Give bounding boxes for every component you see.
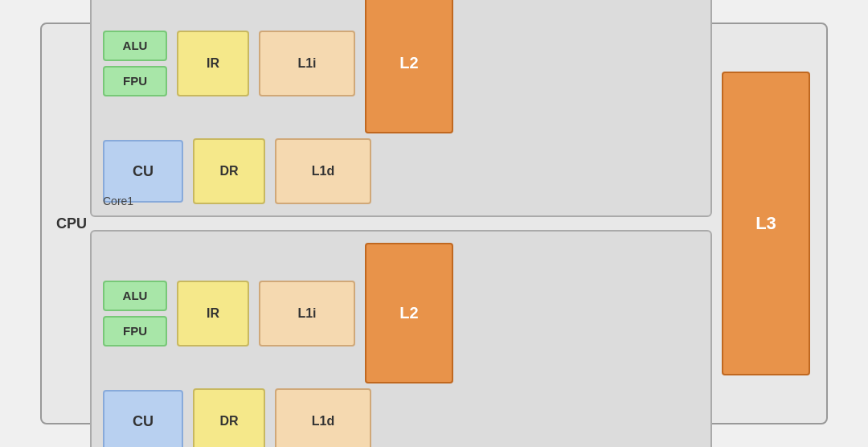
- core1-alu: ALU: [103, 31, 167, 61]
- core2-top-row: ALU FPU IR L1i L2: [103, 243, 453, 383]
- core2-dr: DR: [193, 388, 265, 447]
- core1-ir: IR: [177, 31, 249, 96]
- core1-dr: DR: [193, 138, 265, 204]
- core1-l1d: L1d: [275, 138, 371, 204]
- core1-l2: L2: [365, 0, 453, 133]
- l3-cache: L3: [722, 72, 810, 375]
- core1-alu-fpu: ALU FPU: [103, 31, 167, 96]
- core2-l1d: L1d: [275, 388, 371, 447]
- core2-cu: CU: [103, 390, 183, 447]
- core1-fpu: FPU: [103, 66, 167, 96]
- core2-alu: ALU: [103, 281, 167, 311]
- core1-layout: ALU FPU IR L1i L2: [103, 0, 453, 204]
- cpu-diagram: CPU Core1 ALU FPU IR: [40, 23, 828, 424]
- core2-l2: L2: [365, 243, 453, 383]
- core2-bottom-row: CU DR L1d: [103, 388, 453, 447]
- core1-bottom-row: CU DR L1d: [103, 138, 453, 204]
- core2-alu-fpu: ALU FPU: [103, 281, 167, 347]
- core2-fpu: FPU: [103, 316, 167, 347]
- core1-cu: CU: [103, 140, 183, 203]
- core2-ir: IR: [177, 281, 249, 347]
- core1-label: Core1: [103, 195, 133, 207]
- core2-block: Core2 ALU FPU IR L1i: [90, 230, 712, 447]
- core1-l1i: L1i: [259, 31, 355, 96]
- cpu-label: CPU: [56, 215, 87, 232]
- core1-block: Core1 ALU FPU IR L1i: [90, 0, 712, 217]
- core2-l1i: L1i: [259, 281, 355, 347]
- cores-area: Core1 ALU FPU IR L1i: [90, 0, 712, 447]
- l3-area: L3: [722, 72, 810, 375]
- core1-top-row: ALU FPU IR L1i L2: [103, 0, 453, 133]
- core2-layout: ALU FPU IR L1i L2: [103, 243, 453, 447]
